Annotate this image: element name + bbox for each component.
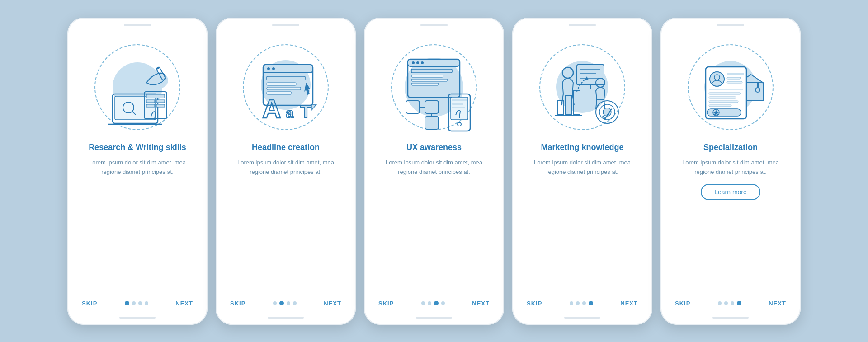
svg-text:A: A	[262, 94, 281, 123]
next-button-marketing[interactable]: NEXT	[620, 300, 638, 307]
svg-point-16	[267, 67, 270, 70]
svg-rect-56	[557, 101, 564, 114]
card-title-specialization: Specialization	[703, 142, 758, 153]
illustration-svg-marketing	[537, 42, 627, 132]
svg-point-17	[272, 67, 275, 70]
svg-rect-57	[566, 95, 572, 114]
dot-s1	[724, 301, 728, 305]
svg-rect-48	[577, 65, 604, 85]
dot-h2	[287, 301, 290, 305]
illustration-svg-ux	[389, 42, 479, 132]
dots-specialization	[718, 301, 741, 305]
dot-s2	[731, 301, 734, 305]
svg-rect-15	[263, 65, 313, 73]
dot-m0	[570, 301, 573, 305]
phone-card-specialization: Specialization Lorem ipsum dolor sit dim…	[660, 18, 801, 325]
svg-rect-26	[408, 59, 460, 66]
next-button-specialization[interactable]: NEXT	[769, 300, 786, 307]
svg-rect-12	[146, 104, 155, 107]
svg-point-41	[458, 122, 461, 126]
skip-button-marketing[interactable]: SKIP	[527, 300, 542, 307]
dot-m1	[576, 301, 580, 305]
svg-rect-77	[709, 101, 738, 103]
illustration-svg-headline: A a T	[241, 42, 331, 132]
next-button-ux[interactable]: NEXT	[472, 300, 490, 307]
dot-s0	[718, 301, 722, 305]
dots-marketing	[570, 301, 593, 305]
dot-1	[132, 301, 136, 305]
svg-text:a: a	[286, 105, 294, 121]
svg-rect-10	[146, 100, 155, 103]
illustration-specialization	[681, 37, 780, 137]
dot-h3	[293, 301, 297, 305]
svg-line-46	[561, 94, 563, 105]
svg-rect-73	[727, 81, 742, 83]
nav-bar-ux: SKIP NEXT	[375, 300, 493, 307]
skip-button-headline[interactable]: SKIP	[230, 300, 245, 307]
dot-s3	[737, 301, 741, 305]
svg-rect-9	[146, 94, 165, 98]
card-desc-marketing: Lorem ipsum dolor sit dim amet, mea regi…	[523, 158, 642, 177]
card-desc-specialization: Lorem ipsum dolor sit dim amet, mea regi…	[671, 158, 790, 177]
phone-card-research: Research & Writing skills Lorem ipsum do…	[67, 18, 208, 325]
phone-card-marketing: Marketing knowledge Lorem ipsum dolor si…	[512, 18, 652, 325]
svg-rect-13	[156, 104, 165, 107]
dot-3	[145, 301, 148, 305]
nav-bar-specialization: SKIP NEXT	[671, 300, 790, 307]
dots-research	[125, 301, 148, 305]
card-desc-headline: Lorem ipsum dolor sit dim amet, mea regi…	[226, 158, 345, 177]
card-title-ux: UX awareness	[406, 142, 462, 153]
svg-rect-75	[709, 93, 741, 94]
nav-bar-headline: SKIP NEXT	[226, 300, 345, 307]
svg-rect-18	[267, 76, 305, 80]
card-title-research: Research & Writing skills	[89, 142, 186, 153]
dot-h0	[273, 301, 277, 305]
svg-rect-30	[411, 69, 452, 73]
svg-rect-31	[411, 75, 443, 77]
next-button-research[interactable]: NEXT	[175, 300, 193, 307]
svg-rect-72	[727, 77, 741, 79]
svg-rect-34	[406, 101, 420, 113]
svg-rect-42	[452, 99, 467, 101]
nav-bar-marketing: SKIP NEXT	[523, 300, 642, 307]
svg-rect-32	[411, 79, 448, 81]
illustration-svg-specialization	[685, 42, 776, 132]
dot-u1	[428, 301, 431, 305]
learn-more-button[interactable]: Learn more	[701, 184, 760, 200]
illustration-research	[88, 37, 187, 137]
svg-rect-44	[452, 107, 465, 108]
dot-u3	[441, 301, 445, 305]
svg-point-27	[412, 61, 415, 64]
skip-button-specialization[interactable]: SKIP	[675, 300, 690, 307]
illustration-ux	[384, 37, 484, 137]
nav-bar-research: SKIP NEXT	[78, 300, 197, 307]
svg-text:T: T	[300, 102, 311, 122]
svg-rect-33	[411, 83, 439, 85]
illustration-headline: A a T	[236, 37, 335, 137]
dot-h1	[279, 301, 284, 305]
svg-rect-36	[425, 117, 439, 129]
svg-rect-58	[574, 91, 580, 114]
dot-m3	[589, 301, 593, 305]
svg-rect-71	[727, 73, 744, 75]
screens-container: Research & Writing skills Lorem ipsum do…	[49, 4, 819, 338]
svg-rect-11	[156, 100, 165, 103]
card-title-marketing: Marketing knowledge	[541, 142, 623, 153]
svg-rect-79	[707, 109, 741, 116]
dot-2	[138, 301, 142, 305]
phone-card-headline: A a T Headline creation Lorem ipsum dolo…	[216, 18, 356, 325]
svg-rect-76	[709, 97, 736, 98]
dot-0	[125, 301, 129, 305]
svg-point-69	[710, 72, 724, 86]
svg-rect-19	[267, 83, 296, 85]
illustration-marketing	[533, 37, 632, 137]
svg-rect-43	[452, 103, 463, 105]
skip-button-ux[interactable]: SKIP	[378, 300, 394, 307]
svg-point-29	[421, 61, 424, 64]
svg-rect-78	[709, 105, 731, 107]
next-button-headline[interactable]: NEXT	[324, 300, 341, 307]
card-desc-research: Lorem ipsum dolor sit dim amet, mea regi…	[78, 158, 197, 177]
svg-point-28	[416, 61, 419, 64]
svg-rect-20	[267, 87, 301, 90]
skip-button-research[interactable]: SKIP	[82, 300, 97, 307]
